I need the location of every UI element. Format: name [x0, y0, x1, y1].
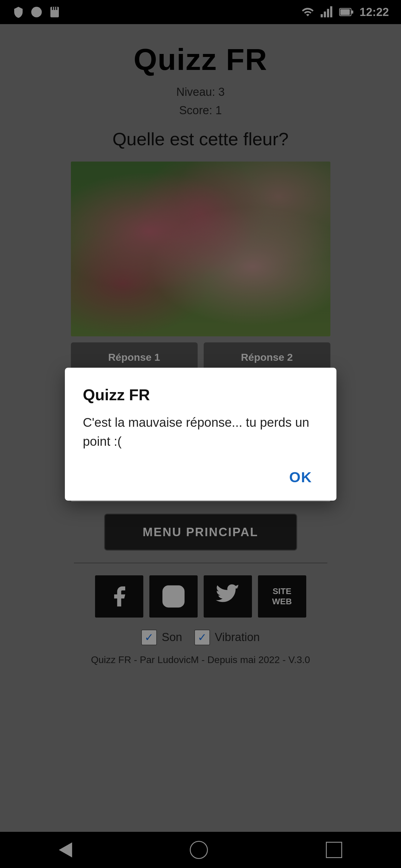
modal-message: C'est la mauvaise réponse... tu perds un… — [83, 413, 318, 451]
modal-overlay: Quizz FR C'est la mauvaise réponse... tu… — [0, 0, 401, 868]
modal-dialog: Quizz FR C'est la mauvaise réponse... tu… — [65, 368, 337, 501]
modal-actions: OK — [83, 466, 318, 489]
modal-ok-button[interactable]: OK — [283, 466, 318, 489]
modal-title: Quizz FR — [83, 386, 318, 404]
